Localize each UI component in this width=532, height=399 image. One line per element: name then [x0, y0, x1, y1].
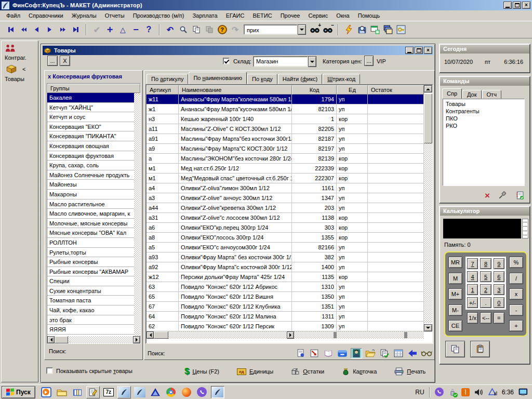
column-header-stock[interactable]: Остаток — [368, 85, 424, 95]
command-item[interactable]: Контрагенты — [446, 108, 522, 115]
stock-button[interactable]: Остатки — [291, 367, 324, 376]
group-row[interactable]: Крупа, сахар, соль — [47, 161, 134, 170]
docs-check-icon[interactable] — [379, 348, 390, 358]
next-record-button[interactable] — [43, 23, 56, 36]
archiver-7z-icon[interactable]: 7z — [102, 386, 115, 398]
window-new-icon[interactable] — [368, 23, 381, 36]
edit-record-icon[interactable]: △ — [116, 23, 129, 36]
group-row[interactable]: Майонез Солнечные продукть — [47, 170, 134, 180]
group-row[interactable]: Масло сливочное, маргарин, к — [47, 209, 134, 219]
collapse-arrow[interactable]: < — [22, 66, 25, 72]
lightning-icon[interactable] — [342, 23, 355, 36]
price-category-dots-button[interactable]: ... — [364, 56, 374, 66]
scroll-track[interactable] — [168, 331, 287, 339]
windows-cascade-icon[interactable] — [381, 23, 394, 36]
table-row[interactable]: 65Повидло "Конэкс" 620г 1/12 Вишня1350уп — [147, 292, 424, 302]
pin-icon[interactable] — [498, 191, 507, 200]
table-row[interactable]: н3Кешью жаренный 100г 1/401кор — [147, 114, 424, 124]
scroll-up-icon[interactable] — [424, 85, 432, 92]
table-row[interactable]: ж11Ананасы"Фрау Марта"колечками 580мл 1/… — [147, 95, 424, 104]
add-record-icon[interactable]: + — [103, 23, 116, 36]
group-row[interactable]: Консервация фруктовая — [47, 151, 134, 161]
confirm-icon[interactable]: ✔ — [90, 23, 103, 36]
card-button[interactable]: Карточка — [342, 367, 377, 376]
column-header-name[interactable]: Наименование — [179, 85, 292, 95]
filter-combo-value[interactable]: прих — [244, 24, 298, 35]
library-icon[interactable] — [71, 386, 84, 398]
sidebar-item-contragents[interactable]: Контраг. — [2, 41, 38, 61]
tab-by-code[interactable]: По коду — [247, 74, 277, 84]
commands-tab-spr[interactable]: Спр — [442, 88, 462, 99]
menu-item[interactable]: Окна — [332, 11, 354, 20]
scroll-thumb[interactable] — [424, 94, 432, 143]
image-card-icon[interactable] — [351, 348, 362, 358]
start-button[interactable]: Пуск — [2, 386, 35, 398]
table-row[interactable]: ж1Ананасы"Фрау Марта"кусочками 580мл 1/2… — [147, 104, 424, 114]
finsoft-app-icon-active[interactable] — [211, 386, 224, 398]
warehouse-combo-dropdown[interactable] — [308, 56, 316, 67]
last-record-button[interactable] — [69, 23, 82, 36]
calc-key[interactable]: . — [480, 297, 491, 308]
menu-item[interactable]: Сервис — [304, 11, 332, 20]
group-row[interactable]: Рыбные консервы — [47, 257, 134, 267]
groups-hscrollbar[interactable] — [47, 336, 140, 343]
calc-key[interactable]: 2 — [480, 284, 491, 295]
calc-key[interactable]: <-- — [480, 312, 491, 324]
group-row[interactable]: Кетчуп и соус — [47, 112, 134, 122]
items-vscrollbar[interactable] — [424, 85, 432, 331]
group-clear-button[interactable]: X — [60, 56, 70, 66]
scroll-down-icon[interactable] — [424, 324, 432, 331]
group-row[interactable]: Рулеты,торты — [47, 248, 134, 258]
calc-key[interactable]: 8 — [480, 258, 491, 269]
group-row[interactable]: Молочные, мясные консервы — [47, 219, 134, 229]
calc-key[interactable]: 5 — [480, 271, 491, 282]
calc-key[interactable]: 4 — [467, 271, 478, 282]
calc-key[interactable]: = — [494, 312, 504, 324]
group-row[interactable]: Макароны — [47, 190, 134, 200]
sidebar-item-goods[interactable]: < Товары — [2, 61, 38, 82]
tray-java-icon[interactable] — [461, 388, 470, 396]
calc-key[interactable]: MR — [448, 257, 462, 268]
table-row[interactable]: а92Оливки"Фрау Марта"с косточкой 300г 1/… — [147, 262, 424, 272]
menu-item[interactable]: Прочее — [276, 11, 304, 20]
group-row[interactable]: Специи — [47, 276, 134, 286]
open-folder-icon[interactable] — [365, 348, 376, 358]
export-red-arrow-icon[interactable] — [309, 348, 320, 358]
column-splitter[interactable] — [404, 332, 407, 338]
warehouse-combo[interactable]: Магазин — [253, 56, 316, 67]
show-hidden-checkbox[interactable] — [46, 367, 53, 374]
groups-vscrollbar[interactable] — [134, 93, 140, 336]
group-row[interactable]: Консервация "ПИКАНТА" — [47, 131, 134, 141]
finsoft-app-icon[interactable] — [117, 386, 131, 398]
copy-icon[interactable] — [190, 23, 203, 36]
group-row[interactable]: Консервация овощная — [47, 141, 134, 151]
fast-next-button[interactable] — [56, 23, 69, 36]
commands-tab-dok[interactable]: Док — [462, 90, 482, 99]
menu-item[interactable]: Справочники — [24, 11, 68, 20]
scroll-track[interactable] — [294, 331, 424, 339]
scroll-thumb[interactable] — [154, 331, 168, 339]
units-button[interactable]: ед Единицы — [237, 368, 273, 375]
commands-tab-otch[interactable]: Отч — [482, 90, 501, 99]
back-arrow-icon[interactable] — [407, 348, 418, 358]
menu-item[interactable]: Производство (м/п) — [129, 11, 189, 20]
tray-clock[interactable]: 6:36 — [502, 389, 514, 396]
group-dots-button[interactable]: ... — [47, 56, 58, 66]
goods-window-titlebar[interactable]: Товары × — [43, 46, 433, 55]
group-row[interactable]: Майонезы — [47, 180, 134, 190]
calc-paste-button[interactable] — [470, 341, 490, 357]
menu-item[interactable]: Отчеты — [101, 11, 129, 20]
calc-key[interactable]: 1 — [467, 284, 478, 295]
group-row[interactable]: ЯЯЯЯ — [47, 325, 134, 335]
table-row[interactable]: а4Оливки"Z-oliva"лимон 300мл 1/121161уп — [147, 183, 424, 193]
notebook-check-icon[interactable] — [515, 191, 524, 200]
table-row[interactable]: 67Повидло "Конэкс" 620г 1/12 Клубника135… — [147, 302, 424, 312]
column-header-unit[interactable]: Ед — [337, 85, 368, 95]
goods-restore-button[interactable] — [415, 47, 423, 54]
delete-record-icon[interactable]: − — [129, 23, 142, 36]
chrome-icon[interactable] — [164, 386, 178, 398]
minimize-button[interactable] — [503, 2, 512, 9]
paste-disabled-icon[interactable] — [203, 23, 216, 36]
scroll-track[interactable] — [424, 143, 432, 323]
table-row[interactable]: а9Маслины"Фрау Марта"С КОСТ.300г 1/12821… — [147, 144, 424, 154]
